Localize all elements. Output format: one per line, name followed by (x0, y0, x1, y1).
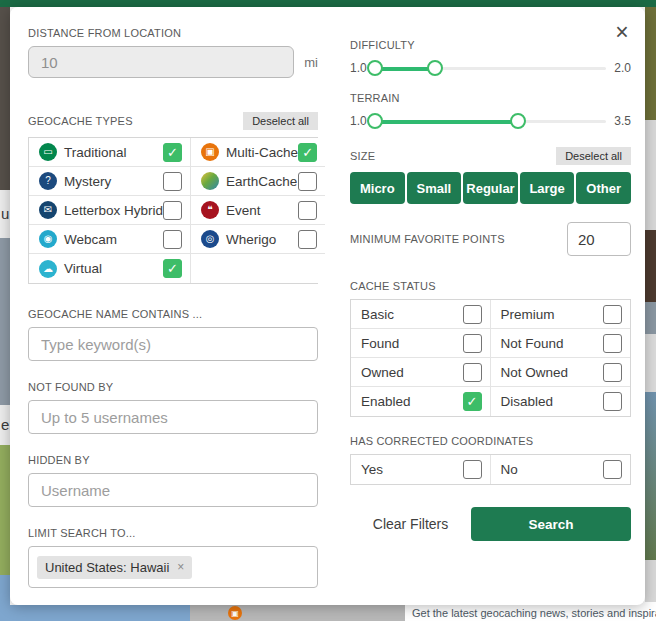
terrain-group: TERRAIN 1.0 3.5 (350, 92, 631, 131)
mystery-icon: ? (39, 172, 57, 190)
cache-status-checkbox[interactable] (463, 334, 482, 353)
geocache-type-cell[interactable]: ◉Webcam (29, 225, 191, 254)
geocache-type-checkbox[interactable] (298, 230, 317, 249)
wherigo-icon: ◎ (201, 230, 219, 248)
geocache-type-label: EarthCache (226, 174, 297, 189)
corrected-coordinates-cell[interactable]: No (491, 455, 631, 484)
size-option-button[interactable]: Micro (350, 172, 405, 204)
cache-status-label: Not Owned (501, 365, 569, 380)
cache-status-checkbox[interactable] (603, 334, 622, 353)
background-panel (645, 120, 656, 230)
cache-status-cell[interactable]: Not Found (491, 329, 631, 358)
cache-status-label: Enabled (361, 394, 411, 409)
size-option-button[interactable]: Regular (463, 172, 518, 204)
region-tag-label: United States: Hawaii (45, 560, 169, 575)
terrain-low-handle[interactable] (367, 113, 383, 129)
cache-status-checkbox[interactable] (603, 305, 622, 324)
cache-status-label: Not Found (501, 336, 564, 351)
corrected-coordinates-label: No (501, 462, 518, 477)
cache-status-cell[interactable]: Disabled (491, 387, 631, 416)
cache-status-checkbox[interactable] (463, 305, 482, 324)
name-contains-group: GEOCACHE NAME CONTAINS ... (28, 308, 318, 361)
multi-cache-map-marker-icon: ▣ (228, 606, 242, 620)
favorite-points-label: MINIMUM FAVORITE POINTS (350, 233, 505, 245)
size-option-button[interactable]: Other (576, 172, 631, 204)
background-photo (645, 302, 656, 334)
geocache-type-cell[interactable]: ▭Traditional✓ (29, 138, 191, 167)
webcam-icon: ◉ (39, 230, 57, 248)
geocache-type-cell[interactable]: ◎Wherigo (191, 225, 325, 254)
size-options: MicroSmallRegularLargeOther (350, 172, 631, 204)
geocache-type-label: Multi-Cache (226, 145, 298, 160)
size-option-button[interactable]: Small (407, 172, 462, 204)
size-option-button[interactable]: Large (520, 172, 575, 204)
geocache-type-cell[interactable]: ✉Letterbox Hybrid (29, 196, 191, 225)
cache-status-label: Owned (361, 365, 404, 380)
corrected-coordinates-cell[interactable]: Yes (351, 455, 491, 484)
limit-search-input[interactable]: United States: Hawaii × (28, 546, 318, 588)
difficulty-high-handle[interactable] (427, 60, 443, 76)
difficulty-slider-track[interactable] (375, 58, 607, 78)
site-header-bar (0, 0, 656, 7)
virtual-icon: ☁ (39, 260, 57, 278)
geocache-type-cell[interactable]: ?Mystery (29, 167, 191, 196)
event-icon: ❝ (201, 201, 219, 219)
favorite-points-input[interactable] (567, 222, 631, 256)
geocache-type-cell[interactable]: ☁Virtual✓ (29, 254, 191, 283)
clear-filters-button[interactable]: Clear Filters (350, 516, 471, 532)
cache-status-label: Basic (361, 307, 394, 322)
cache-status-cell[interactable]: Basic (351, 300, 491, 329)
cache-status-cell[interactable]: Found (351, 329, 491, 358)
difficulty-low-value: 1.0 (350, 61, 367, 75)
geocache-type-checkbox[interactable]: ✓ (163, 143, 182, 162)
geocache-type-checkbox[interactable] (163, 230, 182, 249)
geocache-type-label: Letterbox Hybrid (64, 203, 163, 218)
geocache-type-checkbox[interactable]: ✓ (298, 143, 317, 162)
geocache-type-checkbox[interactable] (298, 201, 317, 220)
deselect-all-types-button[interactable]: Deselect all (243, 112, 318, 130)
name-contains-input[interactable] (28, 327, 318, 361)
not-found-by-input[interactable] (28, 400, 318, 434)
size-group: SIZE Deselect all MicroSmallRegularLarge… (350, 147, 631, 204)
terrain-slider: 1.0 3.5 (350, 111, 631, 131)
geocache-type-cell[interactable]: ❝Event (191, 196, 325, 225)
cache-status-checkbox[interactable] (603, 392, 622, 411)
name-contains-label: GEOCACHE NAME CONTAINS ... (28, 308, 318, 320)
cache-status-checkbox[interactable] (463, 363, 482, 382)
cache-status-checkbox[interactable] (603, 363, 622, 382)
geocache-type-cell[interactable]: ▣Multi-Cache✓ (191, 138, 325, 167)
remove-tag-icon[interactable]: × (177, 560, 184, 574)
terrain-high-value: 3.5 (614, 114, 631, 128)
cache-status-checkbox[interactable]: ✓ (463, 392, 482, 411)
geocache-type-checkbox[interactable] (163, 172, 182, 191)
close-icon[interactable]: × (609, 19, 635, 45)
cache-status-cell[interactable]: Not Owned (491, 358, 631, 387)
geocache-type-label: Webcam (64, 232, 117, 247)
geocache-type-checkbox[interactable] (163, 201, 182, 220)
corrected-coordinates-checkbox[interactable] (463, 460, 482, 479)
difficulty-slider: 1.0 2.0 (350, 58, 631, 78)
search-button[interactable]: Search (471, 507, 631, 541)
deselect-all-sizes-button[interactable]: Deselect all (556, 147, 631, 165)
cache-status-cell[interactable]: Premium (491, 300, 631, 329)
corrected-coordinates-checkbox[interactable] (603, 460, 622, 479)
not-found-by-label: NOT FOUND BY (28, 381, 318, 393)
terrain-slider-track[interactable] (375, 111, 607, 131)
geocache-type-cell[interactable]: EarthCache (191, 167, 325, 196)
terrain-high-handle[interactable] (510, 113, 526, 129)
difficulty-label: DIFFICULTY (350, 39, 631, 51)
geocache-type-label: Mystery (64, 174, 111, 189)
background-photo (645, 7, 656, 120)
cache-status-cell[interactable]: Enabled✓ (351, 387, 491, 416)
cache-status-cell[interactable]: Owned (351, 358, 491, 387)
geocache-types-table: ▭Traditional✓▣Multi-Cache✓?MysteryEarthC… (28, 137, 318, 284)
cache-status-label: Premium (501, 307, 555, 322)
region-tag: United States: Hawaii × (37, 556, 192, 579)
geocache-type-checkbox[interactable]: ✓ (163, 259, 182, 278)
difficulty-low-handle[interactable] (367, 60, 383, 76)
corrected-coordinates-label: Yes (361, 462, 383, 477)
hidden-by-input[interactable] (28, 473, 318, 507)
background-page-bottom-strip: ▣ Get the latest geocaching news, storie… (0, 605, 656, 621)
geocache-type-checkbox[interactable] (298, 172, 317, 191)
background-page-left-strip: u e (0, 7, 10, 621)
